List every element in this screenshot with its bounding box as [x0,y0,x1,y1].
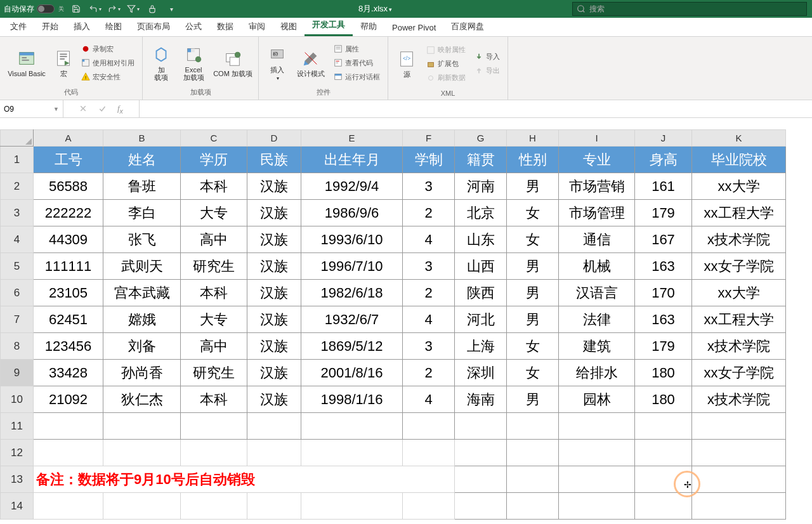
cell[interactable] [181,440,247,466]
cell[interactable] [34,413,103,440]
search-box[interactable]: 搜索 [572,2,807,16]
cell[interactable]: 222222 [34,200,103,226]
cell[interactable]: 33428 [34,360,103,386]
cell[interactable]: 张飞 [103,226,181,253]
cell[interactable]: 陕西 [455,280,507,306]
col-header-H[interactable]: H [507,130,559,147]
formula-input[interactable] [140,100,812,117]
cell[interactable]: 180 [635,360,692,386]
cell[interactable]: 汉语言 [559,280,635,306]
cell[interactable]: 市场管理 [559,200,635,226]
cell[interactable]: 1993/6/10 [301,226,403,253]
save-icon[interactable] [69,2,83,16]
cell[interactable]: 研究生 [181,253,247,280]
col-header-G[interactable]: G [455,130,507,147]
cell[interactable]: 园林 [559,386,635,413]
cell[interactable]: 1998/1/16 [301,386,403,413]
cell[interactable] [455,413,507,440]
cell[interactable]: 2001/8/16 [301,360,403,386]
cell[interactable]: 21092 [34,386,103,413]
cell[interactable]: 本科 [181,280,247,306]
table-header-cell[interactable]: 专业 [559,147,635,173]
com-addins-button[interactable]: COM 加载项 [213,41,253,85]
cell[interactable] [692,413,786,440]
tab-插入[interactable]: 插入 [66,17,98,36]
source-button[interactable]: </> 源 [393,42,420,86]
cell[interactable]: 机械 [559,253,635,280]
cell[interactable]: 嫦娥 [103,306,181,333]
tab-页面布局[interactable]: 页面布局 [129,17,178,36]
relative-ref-button[interactable]: 使用相对引用 [79,56,137,69]
tab-视图[interactable]: 视图 [273,17,304,36]
cell[interactable]: 女 [507,333,559,360]
cell[interactable]: 男 [507,253,559,280]
cell[interactable]: xx女子学院 [692,360,786,386]
cell[interactable]: xx工程大学 [692,200,786,226]
cell[interactable]: 给排水 [559,360,635,386]
cell[interactable]: 3 [403,253,455,280]
cell[interactable]: 123456 [34,333,103,360]
tab-Power Pivot[interactable]: Power Pivot [384,19,443,36]
cell[interactable]: 163 [635,253,692,280]
table-header-cell[interactable]: 籍贯 [455,147,507,173]
cell[interactable] [403,440,455,466]
col-header-D[interactable]: D [247,130,301,147]
record-macro-button[interactable]: 录制宏 [79,43,137,55]
cell[interactable] [247,493,301,520]
cell[interactable]: 高中 [181,333,247,360]
cell[interactable]: 深圳 [455,360,507,386]
addins-button[interactable]: 加 载项 [148,41,174,85]
col-header-E[interactable]: E [301,130,403,147]
macro-button[interactable]: 宏 [52,41,75,85]
cell[interactable]: 161 [635,173,692,200]
cell[interactable]: 163 [635,306,692,333]
cell[interactable]: 62451 [34,306,103,333]
table-header-cell[interactable]: 出生年月 [301,147,403,173]
cell[interactable]: 汉族 [247,280,301,306]
cell[interactable]: 167 [635,226,692,253]
cell[interactable]: 刘备 [103,333,181,360]
design-mode-button[interactable]: 设计模式 [294,41,327,85]
cell[interactable]: 1932/6/7 [301,306,403,333]
cell[interactable]: 男 [507,173,559,200]
cell[interactable]: 170 [635,280,692,306]
cell[interactable]: 女 [507,200,559,226]
cell[interactable] [34,493,103,520]
cell[interactable]: 3 [403,173,455,200]
tab-公式[interactable]: 公式 [178,17,209,36]
cell[interactable] [559,413,635,440]
view-code-button[interactable]: 查看代码 [331,56,383,69]
select-all-corner[interactable] [1,130,34,147]
table-header-cell[interactable]: 性别 [507,147,559,173]
cell[interactable]: 高中 [181,226,247,253]
cell[interactable]: 2 [403,200,455,226]
cell[interactable]: 武则天 [103,253,181,280]
cell[interactable] [455,493,507,520]
row-header-13[interactable]: 13 [1,466,34,493]
tab-开发工具[interactable]: 开发工具 [304,15,353,36]
table-header-cell[interactable]: 姓名 [103,147,181,173]
cell[interactable] [507,493,559,520]
cell[interactable] [692,440,786,466]
cell[interactable] [34,440,103,466]
cell[interactable]: 河北 [455,306,507,333]
cell[interactable]: 男 [507,386,559,413]
cell[interactable]: 山西 [455,253,507,280]
tab-帮助[interactable]: 帮助 [353,17,384,36]
cell[interactable] [181,493,247,520]
cell[interactable] [635,440,692,466]
cell[interactable]: 汉族 [247,173,301,200]
tab-审阅[interactable]: 审阅 [241,17,273,36]
cell[interactable]: 44309 [34,226,103,253]
cell[interactable]: 法律 [559,306,635,333]
cell[interactable] [247,413,301,440]
fx-icon[interactable]: fx [117,103,123,115]
row-header-2[interactable]: 2 [1,173,34,200]
cell[interactable]: 通信 [559,226,635,253]
cell[interactable] [507,413,559,440]
cell[interactable] [403,413,455,440]
col-header-K[interactable]: K [692,130,786,147]
cell[interactable]: 北京 [455,200,507,226]
cell[interactable]: 1992/9/4 [301,173,403,200]
row-header-9[interactable]: 9 [1,360,34,386]
